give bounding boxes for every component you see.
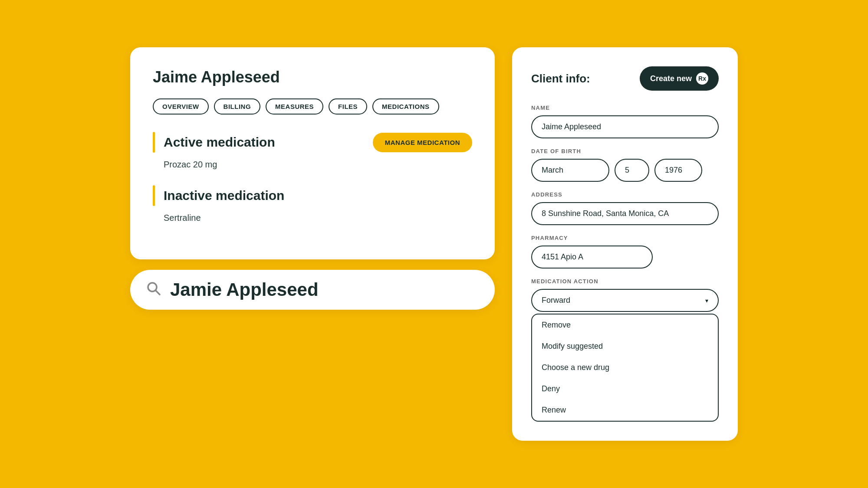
name-field-group: NAME <box>531 105 719 138</box>
search-value[interactable]: Jamie Appleseed <box>170 279 319 300</box>
right-panel: Client info: Create new Rx NAME DATE OF … <box>512 47 738 441</box>
dropdown-item-remove[interactable]: Remove <box>532 314 718 336</box>
svg-line-1 <box>156 290 160 295</box>
search-bar[interactable]: Jamie Appleseed <box>130 270 495 310</box>
med-action-label: MEDICATION ACTION <box>531 278 719 285</box>
client-info-header: Client info: Create new Rx <box>531 66 719 91</box>
inactive-medication-title-wrap: Inactive medication <box>153 185 472 206</box>
dropdown-selected-value: Forward <box>542 296 570 305</box>
manage-medication-button[interactable]: MANAGE MEDICATION <box>373 133 472 152</box>
active-medication-bar <box>153 132 155 153</box>
search-icon <box>146 281 161 299</box>
tab-medications[interactable]: MEDICATIONS <box>372 98 439 115</box>
dob-year-input[interactable] <box>654 159 702 182</box>
dropdown-list: Remove Modify suggested Choose a new dru… <box>531 314 719 422</box>
dropdown-item-modify[interactable]: Modify suggested <box>532 336 718 357</box>
tab-overview[interactable]: OVERVIEW <box>153 98 209 115</box>
active-medication-title: Active medication <box>164 135 275 150</box>
active-medication-section: Active medication MANAGE MEDICATION Proz… <box>153 132 472 170</box>
active-medication-title-wrap: Active medication <box>153 132 275 153</box>
inactive-medication-bar <box>153 185 155 206</box>
address-input[interactable] <box>531 202 719 225</box>
left-panel: Jaime Appleseed OVERVIEW BILLING MEASURE… <box>130 47 495 310</box>
dropdown-selected[interactable]: Forward ▾ <box>531 289 719 312</box>
dob-day-input[interactable] <box>615 159 649 182</box>
name-input[interactable] <box>531 115 719 138</box>
tab-measures[interactable]: MEASURES <box>266 98 323 115</box>
dob-field-group: DATE OF BIRTH <box>531 148 719 182</box>
tab-files[interactable]: FILES <box>329 98 367 115</box>
client-info-label: Client info: <box>531 72 590 85</box>
tab-billing[interactable]: BILLING <box>214 98 261 115</box>
active-medication-header: Active medication MANAGE MEDICATION <box>153 132 472 153</box>
name-label: NAME <box>531 105 719 111</box>
pharmacy-field-group: PHARMACY <box>531 235 719 269</box>
create-new-button[interactable]: Create new Rx <box>640 66 719 91</box>
med-action-field-group: MEDICATION ACTION Forward ▾ Remove Modif… <box>531 278 719 422</box>
dob-month-input[interactable] <box>531 159 609 182</box>
create-new-label: Create new <box>650 74 692 83</box>
dob-label: DATE OF BIRTH <box>531 148 719 154</box>
patient-name: Jaime Appleseed <box>153 68 472 86</box>
rx-badge: Rx <box>696 72 708 85</box>
dropdown-item-renew[interactable]: Renew <box>532 400 718 421</box>
inactive-medication-title: Inactive medication <box>164 188 284 203</box>
address-field-group: ADDRESS <box>531 191 719 225</box>
pharmacy-input[interactable] <box>531 246 653 269</box>
inactive-medication-name: Sertraline <box>164 213 472 223</box>
pharmacy-label: PHARMACY <box>531 235 719 241</box>
tabs-container: OVERVIEW BILLING MEASURES FILES MEDICATI… <box>153 98 472 115</box>
address-label: ADDRESS <box>531 191 719 198</box>
med-action-dropdown[interactable]: Forward ▾ Remove Modify suggested Choose… <box>531 289 719 422</box>
patient-card: Jaime Appleseed OVERVIEW BILLING MEASURE… <box>130 47 495 259</box>
main-container: Jaime Appleseed OVERVIEW BILLING MEASURE… <box>130 47 738 441</box>
dropdown-item-deny[interactable]: Deny <box>532 378 718 400</box>
active-medication-name: Prozac 20 mg <box>164 160 472 170</box>
dropdown-item-choose[interactable]: Choose a new drug <box>532 357 718 378</box>
chevron-down-icon: ▾ <box>705 297 708 304</box>
inactive-medication-section: Inactive medication Sertraline <box>153 185 472 223</box>
dob-row <box>531 159 719 182</box>
